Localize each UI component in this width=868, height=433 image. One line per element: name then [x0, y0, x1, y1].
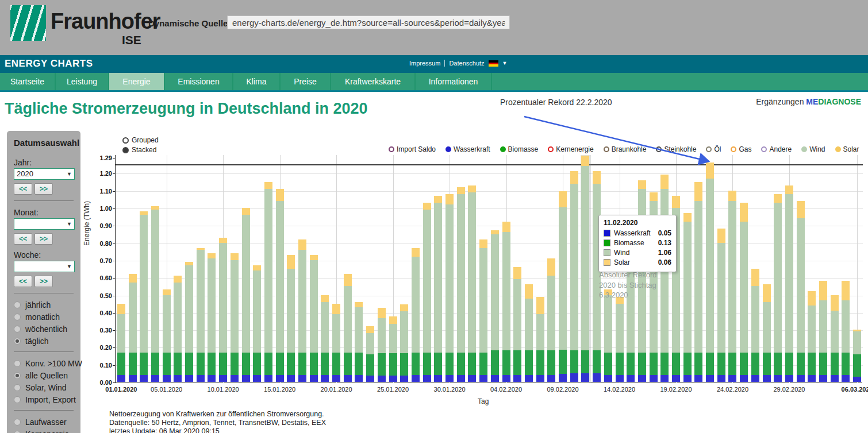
- tab-startseite[interactable]: Startseite: [0, 73, 56, 90]
- bar-16.01.2020[interactable]: [287, 255, 295, 382]
- bar-04.01.2020[interactable]: [151, 206, 159, 382]
- bar-01.02.2020[interactable]: [468, 185, 476, 382]
- week-select[interactable]: ▼: [14, 261, 75, 272]
- month-select[interactable]: ▼: [14, 218, 75, 230]
- bar-10.01.2020[interactable]: [219, 238, 227, 382]
- fuel-radio-kernenergie[interactable]: [14, 431, 21, 433]
- bar-23.02.2020[interactable]: [717, 229, 725, 382]
- month-prev-button[interactable]: <<: [14, 233, 32, 245]
- bar-17.01.2020[interactable]: [298, 239, 306, 382]
- tab-kraftwerkskarte[interactable]: Kraftwerkskarte: [331, 73, 416, 90]
- bar-14.02.2020[interactable]: [616, 297, 624, 382]
- bar-29.01.2020[interactable]: [434, 196, 442, 382]
- bar-09.02.2020[interactable]: [559, 191, 567, 382]
- bar-04.02.2020[interactable]: [502, 222, 510, 382]
- bar-26.02.2020[interactable]: [751, 269, 759, 382]
- bar-25.01.2020[interactable]: [389, 316, 397, 382]
- period-radio-jährlich[interactable]: [14, 301, 21, 308]
- tab-leistung[interactable]: Leistung: [56, 73, 109, 90]
- bar-11.01.2020[interactable]: [231, 253, 239, 382]
- tab-energie[interactable]: Energie: [109, 73, 165, 90]
- german-flag-icon[interactable]: [489, 60, 498, 67]
- tab-klima[interactable]: Klima: [233, 73, 281, 90]
- datenschutz-link[interactable]: Datenschutz: [449, 60, 484, 67]
- tab-emissionen[interactable]: Emissionen: [165, 73, 233, 90]
- legend-item-wasserkraft[interactable]: Wasserkraft: [445, 145, 490, 153]
- period-radio-wöchentlich[interactable]: [14, 326, 21, 333]
- period-radio-monatlich[interactable]: [14, 314, 21, 320]
- bar-08.02.2020[interactable]: [547, 258, 555, 382]
- bar-03.02.2020[interactable]: [491, 230, 499, 382]
- bar-24.02.2020[interactable]: [728, 191, 736, 382]
- year-prev-button[interactable]: <<: [14, 183, 32, 195]
- bar-30.01.2020[interactable]: [445, 194, 454, 382]
- bar-06.03.2020[interactable]: [853, 330, 861, 382]
- fuel-radio-laufwasser[interactable]: [14, 419, 21, 426]
- tab-informationen[interactable]: Informationen: [416, 73, 492, 90]
- bar-13.02.2020[interactable]: [604, 289, 612, 382]
- bar-06.01.2020[interactable]: [174, 276, 182, 382]
- bar-28.02.2020[interactable]: [774, 194, 782, 382]
- bar-07.01.2020[interactable]: [185, 262, 193, 382]
- period-radio-täglich[interactable]: [14, 338, 21, 345]
- stacked-radio[interactable]: [122, 147, 129, 153]
- bar-22.01.2020[interactable]: [355, 302, 363, 382]
- impressum-link[interactable]: Impressum: [409, 60, 440, 67]
- source-radio-alle-quellen[interactable]: [14, 372, 21, 379]
- legend-item-andere[interactable]: Andere: [761, 145, 792, 153]
- legend-item-import-saldo[interactable]: Import Saldo: [389, 145, 436, 153]
- dynamic-source-input[interactable]: [227, 16, 510, 29]
- legend-item-kernenergie[interactable]: Kernenergie: [548, 145, 593, 153]
- bar-21.01.2020[interactable]: [344, 274, 352, 382]
- bar-18.01.2020[interactable]: [310, 255, 318, 382]
- legend-item-gas[interactable]: Gas: [731, 145, 751, 153]
- bar-18.02.2020[interactable]: [660, 175, 669, 382]
- bar-15.01.2020[interactable]: [276, 189, 284, 382]
- year-select[interactable]: 2020 ▼: [14, 168, 75, 180]
- bar-11.02.2020[interactable]: [581, 156, 589, 382]
- bar-01.01.2020[interactable]: [117, 304, 125, 382]
- bar-24.01.2020[interactable]: [378, 308, 386, 382]
- week-next-button[interactable]: >>: [34, 276, 53, 287]
- bar-02.02.2020[interactable]: [479, 239, 487, 382]
- bar-31.01.2020[interactable]: [457, 187, 465, 382]
- bar-10.02.2020[interactable]: [570, 171, 578, 382]
- bar-22.02.2020[interactable]: [706, 163, 714, 382]
- bar-14.01.2020[interactable]: [264, 182, 272, 382]
- bar-19.01.2020[interactable]: [321, 295, 329, 382]
- bar-02.03.2020[interactable]: [808, 291, 816, 382]
- grouped-radio[interactable]: [122, 137, 129, 144]
- bar-07.02.2020[interactable]: [536, 297, 544, 382]
- bar-02.01.2020[interactable]: [129, 274, 137, 382]
- bar-03.01.2020[interactable]: [140, 211, 148, 382]
- month-next-button[interactable]: >>: [34, 233, 53, 245]
- tab-preise[interactable]: Preise: [281, 73, 331, 90]
- bar-04.03.2020[interactable]: [831, 295, 839, 382]
- bar-06.02.2020[interactable]: [525, 284, 533, 382]
- bar-23.01.2020[interactable]: [366, 326, 374, 382]
- legend-item-öl[interactable]: Öl: [706, 145, 721, 153]
- bar-27.02.2020[interactable]: [763, 284, 771, 382]
- week-prev-button[interactable]: <<: [14, 276, 32, 287]
- bar-01.03.2020[interactable]: [797, 201, 805, 382]
- bar-13.01.2020[interactable]: [253, 265, 261, 382]
- bar-09.01.2020[interactable]: [208, 253, 216, 382]
- stacked-bar-chart[interactable]: Energie (TWh) Tag 0.000.100.200.300.400.…: [115, 155, 862, 382]
- source-radio-konv-100-mw[interactable]: [14, 360, 21, 367]
- legend-item-steinkohle[interactable]: Steinkohle: [656, 145, 696, 153]
- bar-12.01.2020[interactable]: [242, 208, 250, 382]
- bar-28.01.2020[interactable]: [423, 203, 431, 382]
- bar-27.01.2020[interactable]: [412, 248, 420, 382]
- bar-05.02.2020[interactable]: [513, 267, 521, 382]
- bar-20.02.2020[interactable]: [683, 213, 692, 382]
- bar-08.01.2020[interactable]: [197, 248, 205, 382]
- legend-item-wind[interactable]: Wind: [801, 145, 825, 153]
- source-radio-solar-wind[interactable]: [14, 384, 21, 391]
- bar-25.02.2020[interactable]: [740, 203, 748, 382]
- bar-05.01.2020[interactable]: [163, 289, 171, 382]
- bar-20.01.2020[interactable]: [332, 304, 340, 382]
- bar-21.02.2020[interactable]: [694, 182, 702, 382]
- legend-item-biomasse[interactable]: Biomasse: [500, 145, 539, 153]
- source-radio-import-export[interactable]: [14, 396, 21, 403]
- legend-item-braunkohle[interactable]: Braunkohle: [604, 145, 647, 153]
